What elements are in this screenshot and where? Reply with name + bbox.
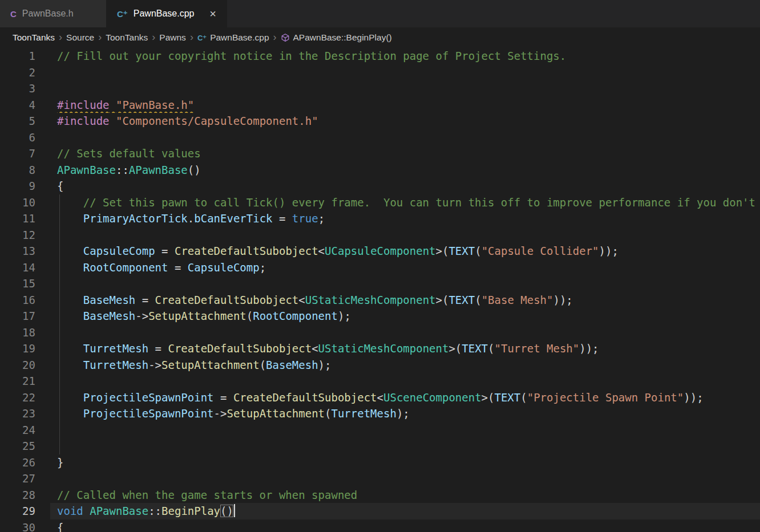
code-token: ( — [246, 310, 253, 322]
tab-pawnbase-h[interactable]: CPawnBase.h — [0, 0, 107, 27]
code-token: -> — [214, 407, 227, 420]
code-line-15[interactable]: 15 — [0, 275, 760, 292]
code-line-4[interactable]: 4#include "PawnBase.h" — [0, 97, 760, 113]
code-token: >( — [436, 245, 449, 257]
code-content — [50, 64, 760, 81]
chevron-right-icon: › — [59, 32, 62, 42]
line-number: 6 — [0, 129, 35, 146]
code-line-27[interactable]: 27 — [0, 470, 760, 487]
code-line-6[interactable]: 6 — [0, 129, 760, 146]
code-line-14[interactable]: 14 RootComponent = CapsuleComp; — [0, 259, 760, 276]
code-token — [110, 115, 116, 127]
code-line-10[interactable]: 10 // Set this pawn to call Tick() every… — [0, 194, 760, 211]
line-number: 1 — [0, 48, 35, 64]
chevron-right-icon: › — [98, 32, 102, 42]
code-line-17[interactable]: 17 BaseMesh->SetupAttachment(RootCompone… — [0, 308, 760, 324]
code-token: } — [57, 456, 63, 469]
tab-label: PawnBase.cpp — [134, 9, 195, 19]
code-line-28[interactable]: 28// Called when the game starts or when… — [0, 487, 760, 503]
code-line-9[interactable]: 9{ — [0, 178, 760, 194]
breadcrumb-item-2[interactable]: Source — [66, 33, 94, 43]
code-line-30[interactable]: 30{ — [0, 519, 760, 532]
breadcrumb-label: Pawns — [159, 33, 186, 43]
code-line-29[interactable]: 29void APawnBase::BeginPlay() — [0, 503, 760, 519]
code-token: RootComponent — [253, 310, 338, 322]
line-number: 30 — [0, 519, 35, 532]
code-token: // Fill out your copyright notice in the… — [57, 50, 566, 62]
indent-guide — [59, 243, 60, 259]
code-line-26[interactable]: 26} — [0, 454, 760, 471]
code-token: :: — [116, 164, 129, 176]
code-content: RootComponent = CapsuleComp; — [50, 259, 760, 276]
code-content: TurretMesh = CreateDefaultSubobject<USta… — [50, 340, 760, 357]
code-token: ); — [338, 310, 351, 322]
indent-guide — [59, 259, 60, 276]
breadcrumb-label: APawnBase::BeginPlay() — [293, 33, 392, 43]
code-line-11[interactable]: 11 PrimaryActorTick.bCanEverTick = true; — [0, 210, 760, 227]
code-line-21[interactable]: 21 — [0, 373, 760, 389]
code-content — [50, 80, 760, 97]
breadcrumb-item-4[interactable]: Pawns — [159, 33, 186, 43]
code-token: USceneComponent — [383, 391, 482, 404]
breadcrumb-item-1[interactable]: ToonTanks — [13, 33, 55, 43]
indent-guide — [59, 438, 60, 454]
code-line-24[interactable]: 24 — [0, 422, 760, 438]
code-token: SetupAttachment — [161, 359, 260, 371]
code-content — [50, 438, 760, 454]
line-number: 22 — [0, 389, 35, 406]
code-token: #include — [57, 99, 110, 111]
breadcrumb-label: ToonTanks — [106, 33, 148, 43]
close-icon[interactable]: × — [209, 8, 216, 19]
code-token: -> — [148, 359, 161, 371]
code-token: TEXT — [462, 342, 488, 355]
line-number: 14 — [0, 259, 35, 276]
code-token: () — [188, 164, 201, 176]
indent-guide — [59, 373, 60, 389]
code-line-1[interactable]: 1// Fill out your copyright notice in th… — [0, 48, 760, 64]
code-content: CapsuleComp = CreateDefaultSubobject<UCa… — [50, 243, 760, 259]
code-line-12[interactable]: 12 — [0, 227, 760, 243]
code-token — [57, 196, 83, 209]
code-token: CreateDefaultSubobject — [175, 245, 318, 257]
code-token: -> — [135, 310, 148, 322]
code-token — [57, 407, 83, 420]
breadcrumb-item-3[interactable]: ToonTanks — [106, 33, 148, 43]
code-token: = — [214, 391, 233, 404]
line-number: 24 — [0, 422, 35, 438]
code-editor[interactable]: 1// Fill out your copyright notice in th… — [0, 48, 760, 532]
code-token — [57, 245, 83, 257]
text-cursor — [234, 504, 235, 517]
tab-pawnbase-cpp[interactable]: C⁺PawnBase.cpp× — [107, 0, 227, 27]
code-line-2[interactable]: 2 — [0, 64, 760, 81]
code-line-8[interactable]: 8APawnBase::APawnBase() — [0, 162, 760, 178]
code-line-18[interactable]: 18 — [0, 324, 760, 341]
code-content: BaseMesh->SetupAttachment(RootComponent)… — [50, 308, 760, 324]
code-line-5[interactable]: 5#include "Components/CapsuleComponent.h… — [0, 113, 760, 129]
code-line-25[interactable]: 25 — [0, 438, 760, 454]
code-token: ( — [520, 391, 527, 404]
code-line-20[interactable]: 20 TurretMesh->SetupAttachment(BaseMesh)… — [0, 357, 760, 373]
code-token: = — [135, 294, 155, 306]
code-token: // Sets default values — [57, 147, 201, 160]
code-token: ; — [318, 212, 325, 225]
tab-label: PawnBase.h — [22, 9, 74, 19]
code-token: ); — [318, 359, 332, 371]
code-line-16[interactable]: 16 BaseMesh = CreateDefaultSubobject<USt… — [0, 292, 760, 308]
code-content — [50, 275, 760, 292]
code-line-22[interactable]: 22 ProjectileSpawnPoint = CreateDefaultS… — [0, 389, 760, 406]
code-line-7[interactable]: 7// Sets default values — [0, 145, 760, 162]
code-token: UCapsuleComponent — [325, 245, 435, 257]
code-line-3[interactable]: 3 — [0, 80, 760, 97]
code-token — [57, 212, 83, 225]
breadcrumb-item-6[interactable]: APawnBase::BeginPlay() — [281, 33, 392, 43]
line-number: 7 — [0, 145, 35, 162]
code-token: ( — [475, 294, 481, 306]
code-line-23[interactable]: 23 ProjectileSpawnPoint->SetupAttachment… — [0, 405, 760, 422]
code-line-19[interactable]: 19 TurretMesh = CreateDefaultSubobject<U… — [0, 340, 760, 357]
line-number: 23 — [0, 405, 35, 422]
line-number: 10 — [0, 194, 35, 211]
code-content — [50, 422, 760, 438]
breadcrumb-item-5[interactable]: C⁺PawnBase.cpp — [197, 33, 269, 43]
code-line-13[interactable]: 13 CapsuleComp = CreateDefaultSubobject<… — [0, 243, 760, 259]
breadcrumb-label: Source — [66, 33, 94, 43]
